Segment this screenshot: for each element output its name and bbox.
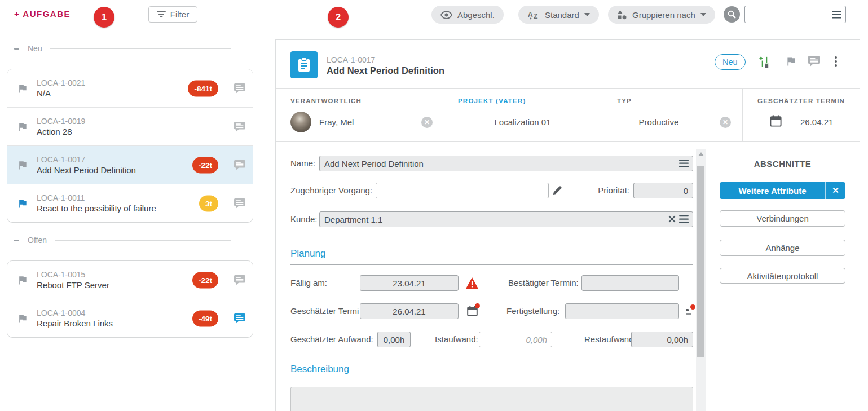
task-group-neu: LOCA-1-0021N/A -841t LOCA-1-0019Action 2… xyxy=(7,69,253,223)
flag-icon xyxy=(17,313,28,324)
task-row[interactable]: LOCA-1-0021N/A -841t xyxy=(7,69,253,108)
scroll-up-icon[interactable] xyxy=(698,152,704,156)
vorgang-input[interactable] xyxy=(376,183,549,198)
menu-lines-icon[interactable] xyxy=(679,160,689,167)
due-badge: -22t xyxy=(192,157,218,173)
task-row[interactable]: LOCA-1-0011React to the possibility of f… xyxy=(7,184,253,222)
clear-icon[interactable]: ✕ xyxy=(720,117,731,128)
filter-button[interactable]: Filter xyxy=(148,6,197,23)
task-id: LOCA-1-0021 xyxy=(37,78,85,87)
attr-label[interactable]: PROJEKT (VATER) xyxy=(458,98,526,104)
flag-icon[interactable] xyxy=(785,55,797,67)
name-input[interactable] xyxy=(319,156,693,171)
clear-x-icon[interactable] xyxy=(668,215,676,223)
sort-dropdown[interactable]: AZ Standard xyxy=(518,6,599,24)
menu-lines-icon[interactable] xyxy=(679,215,689,223)
calendar-icon[interactable] xyxy=(769,114,782,127)
clear-icon[interactable]: ✕ xyxy=(421,117,433,128)
task-id: LOCA-1-0004 xyxy=(37,308,85,317)
annotation-step-2: 2 xyxy=(328,7,349,28)
scrollbar-thumb[interactable] xyxy=(697,166,704,357)
comment-icon[interactable] xyxy=(233,160,246,171)
search-icon xyxy=(728,10,736,19)
task-id: LOCA-1-0019 xyxy=(37,117,85,126)
task-name: Repair Broken Links xyxy=(37,319,113,328)
add-task-button[interactable]: + AUFGABE xyxy=(14,9,71,19)
geschaetzt-label: Geschätzter Termin: xyxy=(290,303,359,319)
svg-text:A: A xyxy=(528,11,533,19)
name-label: Name: xyxy=(290,156,315,171)
warning-icon xyxy=(466,277,478,289)
chevron-down-icon xyxy=(700,13,706,16)
attr-value[interactable]: Localization 01 xyxy=(443,117,602,127)
more-menu-icon[interactable] xyxy=(835,55,837,68)
aufwand-input[interactable] xyxy=(377,332,411,347)
svg-text:Z: Z xyxy=(534,12,537,20)
beschreibung-heading: Beschreibung xyxy=(290,364,349,375)
menu-lines-icon[interactable] xyxy=(832,11,841,19)
task-row[interactable]: LOCA-1-0015Reboot FTP Server -22t xyxy=(7,261,253,299)
workflow-icon[interactable] xyxy=(758,55,771,68)
comment-icon[interactable] xyxy=(233,121,246,132)
detail-task-id: LOCA-1-0017 xyxy=(327,55,375,64)
ist-input[interactable] xyxy=(479,332,552,347)
search-input[interactable] xyxy=(748,7,830,23)
comment-icon[interactable] xyxy=(233,275,246,286)
progress-alert-icon[interactable] xyxy=(685,306,694,318)
avatar xyxy=(290,112,311,132)
close-icon[interactable]: ✕ xyxy=(825,182,845,199)
task-name: Reboot FTP Server xyxy=(37,280,109,290)
section-button-anhaenge[interactable]: Anhänge xyxy=(720,240,845,256)
geschaetzt-input[interactable] xyxy=(360,303,459,319)
section-button-verbindungen[interactable]: Verbindungen xyxy=(720,210,845,227)
filter-icon xyxy=(157,11,166,18)
calendar-alert-icon[interactable] xyxy=(466,305,478,319)
section-divider xyxy=(55,240,231,241)
due-badge: -841t xyxy=(188,80,218,96)
section-button-weitere-attribute[interactable]: Weitere Attribute ✕ xyxy=(720,182,845,199)
comment-icon[interactable] xyxy=(233,198,246,209)
due-badge: 3t xyxy=(199,195,218,211)
pencil-icon[interactable] xyxy=(552,185,563,196)
task-group-offen: LOCA-1-0015Reboot FTP Server -22t LOCA-1… xyxy=(7,260,253,338)
task-id: LOCA-1-0011 xyxy=(37,193,85,202)
status-badge[interactable]: Neu xyxy=(715,54,746,70)
attr-label: VERANTWORTLICH xyxy=(290,98,362,104)
task-name: Add Next Period Definition xyxy=(37,165,136,175)
kunde-input[interactable] xyxy=(319,211,693,227)
attr-value[interactable]: Productive xyxy=(602,117,715,127)
faellig-input[interactable] xyxy=(360,275,459,291)
beschreibung-textarea[interactable] xyxy=(290,387,693,411)
attr-typ: TYP Productive ✕ xyxy=(602,89,743,141)
vorgang-label: Zugehöriger Vorgang: xyxy=(290,183,372,198)
task-row[interactable]: LOCA-1-0019Action 28 xyxy=(7,108,253,146)
due-badge: -49t xyxy=(192,310,218,326)
task-row[interactable]: LOCA-1-0004Repair Broken Links -49t xyxy=(7,299,253,337)
section-rule xyxy=(290,264,693,265)
clipboard-icon xyxy=(297,57,311,73)
group-shapes-icon xyxy=(617,10,627,20)
fertig-input[interactable] xyxy=(565,303,679,319)
search-button[interactable] xyxy=(724,6,740,23)
flag-icon xyxy=(17,83,28,94)
detail-task-title: Add Next Period Definition xyxy=(327,65,444,76)
attr-value[interactable]: 26.04.21 xyxy=(800,117,833,127)
section-button-aktivitaetenprotokoll[interactable]: Aktivitätenprotokoll xyxy=(720,268,845,284)
show-completed-toggle[interactable]: Abgeschl. xyxy=(431,6,504,24)
sort-label: Standard xyxy=(545,10,579,20)
task-row-selected[interactable]: LOCA-1-0017Add Next Period Definition -2… xyxy=(7,146,253,184)
bestaetigt-input[interactable] xyxy=(581,275,679,291)
group-by-dropdown[interactable]: Gruppieren nach xyxy=(608,6,715,24)
comment-icon[interactable] xyxy=(808,55,821,67)
annotation-step-1: 1 xyxy=(94,7,114,28)
bestaetigt-label: Bestätigter Termin: xyxy=(508,275,579,291)
section-header-offen: Offen xyxy=(0,236,240,245)
prio-input[interactable] xyxy=(633,183,693,198)
comment-icon[interactable] xyxy=(233,83,246,94)
attr-value[interactable]: Fray, Mel xyxy=(319,117,354,127)
comment-icon[interactable] xyxy=(233,313,246,324)
collapse-toggle-icon[interactable] xyxy=(14,240,19,241)
collapse-toggle-icon[interactable] xyxy=(14,48,19,50)
rest-input[interactable] xyxy=(631,332,693,347)
chevron-down-icon xyxy=(584,13,590,16)
